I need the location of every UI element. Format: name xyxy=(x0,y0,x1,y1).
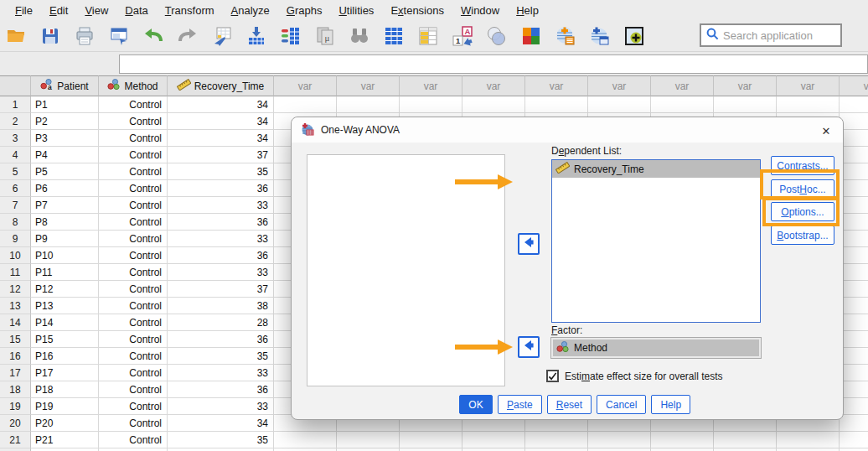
column-header-var[interactable]: var xyxy=(525,75,588,96)
menu-graphs[interactable]: Graphs xyxy=(278,2,331,19)
cell-empty[interactable] xyxy=(840,214,868,231)
cell-recovery[interactable]: 33 xyxy=(168,398,274,415)
cell-patient[interactable]: P3 xyxy=(31,130,99,147)
effect-size-checkbox-row[interactable]: Estimate effect size for overall tests xyxy=(546,370,723,382)
search-box[interactable] xyxy=(700,23,842,47)
cell-patient[interactable]: P5 xyxy=(31,163,99,180)
undo-icon[interactable] xyxy=(141,23,166,49)
cell-empty[interactable] xyxy=(337,432,400,448)
cell-method[interactable]: Control xyxy=(99,163,168,180)
cell-patient[interactable]: P14 xyxy=(31,314,99,331)
use-sets-icon[interactable] xyxy=(484,23,509,49)
cell-empty[interactable] xyxy=(840,381,868,398)
cell-empty[interactable] xyxy=(840,130,868,147)
row-number[interactable]: 12 xyxy=(0,281,31,298)
cell-empty[interactable] xyxy=(840,348,868,365)
cell-method[interactable]: Control xyxy=(99,298,168,314)
row-number[interactable]: 17 xyxy=(0,365,31,381)
dependent-list-box[interactable]: Recovery_Time xyxy=(551,159,761,323)
cell-empty[interactable] xyxy=(840,264,868,281)
cell-empty[interactable] xyxy=(840,398,868,415)
column-header-patient[interactable]: aPatient xyxy=(31,75,99,96)
cell-patient[interactable]: P13 xyxy=(31,298,99,314)
descriptives-icon[interactable]: μ xyxy=(313,23,338,49)
cell-empty[interactable] xyxy=(840,147,868,163)
row-number[interactable]: 2 xyxy=(0,113,31,130)
cell-recovery[interactable]: 38 xyxy=(168,298,274,314)
cell-empty[interactable] xyxy=(777,432,840,448)
row-number[interactable]: 8 xyxy=(0,214,31,231)
row-number[interactable]: 18 xyxy=(0,381,31,398)
cell-method[interactable]: Control xyxy=(99,96,168,113)
row-number[interactable]: 21 xyxy=(0,432,31,448)
cell-patient[interactable]: P4 xyxy=(31,147,99,163)
cell-empty[interactable] xyxy=(525,432,588,448)
column-header-var[interactable]: var xyxy=(840,75,868,96)
cell-method[interactable]: Control xyxy=(99,281,168,298)
row-number[interactable]: 19 xyxy=(0,398,31,415)
cell-patient[interactable]: P6 xyxy=(31,180,99,197)
cell-empty[interactable] xyxy=(840,365,868,381)
cell-empty[interactable] xyxy=(840,180,868,197)
menu-analyze[interactable]: Analyze xyxy=(223,2,278,19)
cell-method[interactable]: Control xyxy=(99,381,168,398)
cell-patient[interactable]: P2 xyxy=(31,113,99,130)
row-number[interactable]: 14 xyxy=(0,314,31,331)
column-header-var[interactable]: var xyxy=(714,75,777,96)
cancel-button[interactable]: Cancel xyxy=(597,395,646,414)
cell-empty[interactable] xyxy=(274,432,337,448)
weight-cases-icon[interactable]: A1 xyxy=(450,23,475,49)
cell-method[interactable]: Control xyxy=(99,214,168,231)
column-header-var[interactable]: var xyxy=(651,75,714,96)
cell-recovery[interactable]: 36 xyxy=(168,381,274,398)
transfer-factor-button[interactable] xyxy=(518,336,540,358)
menu-edit[interactable]: Edit xyxy=(41,2,76,19)
insert-cases-icon[interactable] xyxy=(381,23,406,49)
cell-empty[interactable] xyxy=(840,314,868,331)
cell-recovery[interactable]: 37 xyxy=(168,147,274,163)
column-header-var[interactable]: var xyxy=(588,75,651,96)
cell-patient[interactable]: P16 xyxy=(31,348,99,365)
cell-method[interactable]: Control xyxy=(99,398,168,415)
menu-transform[interactable]: Transform xyxy=(157,2,223,19)
cell-empty[interactable] xyxy=(714,432,777,448)
cell-recovery[interactable]: 36 xyxy=(168,214,274,231)
column-header-var[interactable]: var xyxy=(777,75,840,96)
row-number[interactable]: 3 xyxy=(0,130,31,147)
cell-recovery[interactable]: 34 xyxy=(168,96,274,113)
cell-recovery[interactable]: 33 xyxy=(168,264,274,281)
cell-recovery[interactable]: 35 xyxy=(168,163,274,180)
column-header-var[interactable]: var xyxy=(337,75,400,96)
cell-empty[interactable] xyxy=(840,113,868,130)
row-number[interactable]: 11 xyxy=(0,264,31,281)
cell-empty[interactable] xyxy=(274,96,337,113)
row-number[interactable]: 16 xyxy=(0,348,31,365)
cell-recovery[interactable]: 33 xyxy=(168,365,274,381)
row-number[interactable]: 9 xyxy=(0,231,31,247)
print-icon[interactable] xyxy=(72,23,97,49)
recall-dialogs-icon[interactable] xyxy=(106,23,132,49)
cell-patient[interactable]: P8 xyxy=(31,214,99,231)
transfer-dependent-button[interactable] xyxy=(518,233,540,255)
row-number[interactable]: 13 xyxy=(0,298,31,314)
cell-empty[interactable] xyxy=(840,432,868,448)
cell-empty[interactable] xyxy=(840,231,868,247)
cell-editor-input[interactable] xyxy=(119,54,868,74)
cell-patient[interactable]: P15 xyxy=(31,331,99,348)
cell-empty[interactable] xyxy=(840,331,868,348)
paste-button[interactable]: Paste xyxy=(498,395,542,414)
cell-method[interactable]: Control xyxy=(99,365,168,381)
cell-empty[interactable] xyxy=(400,432,462,448)
cell-patient[interactable]: P19 xyxy=(31,398,99,415)
split-file-icon[interactable] xyxy=(519,23,544,49)
variables-icon[interactable] xyxy=(278,23,303,49)
row-number[interactable]: 4 xyxy=(0,147,31,163)
cell-method[interactable]: Control xyxy=(99,130,168,147)
cell-empty[interactable] xyxy=(777,96,840,113)
reset-button[interactable]: Reset xyxy=(547,395,592,414)
cell-empty[interactable] xyxy=(651,432,714,448)
cell-recovery[interactable]: 35 xyxy=(168,432,274,448)
cell-method[interactable]: Control xyxy=(99,415,168,432)
cell-method[interactable]: Control xyxy=(99,314,168,331)
cell-empty[interactable] xyxy=(462,432,525,448)
